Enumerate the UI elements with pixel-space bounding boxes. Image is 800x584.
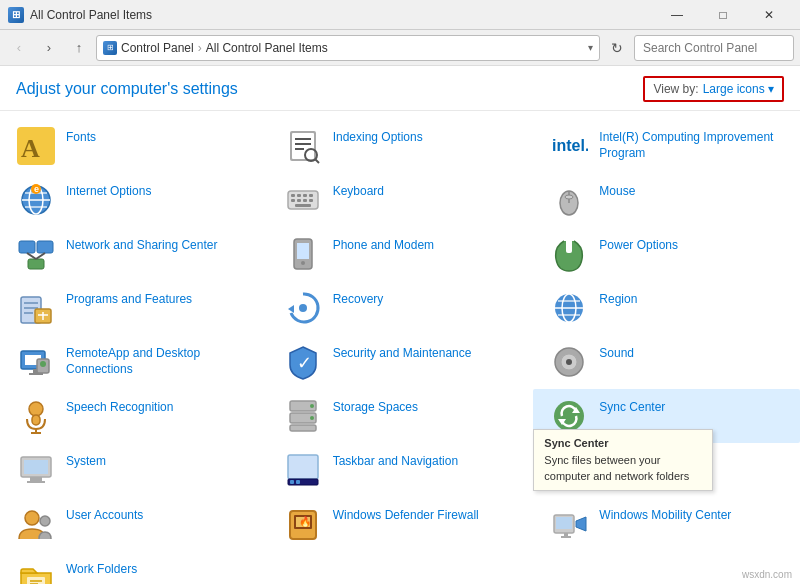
svg-marker-47: [288, 305, 294, 313]
item-icon-indexing-options: [283, 126, 323, 166]
grid-item-fonts[interactable]: A Fonts: [0, 119, 267, 173]
svg-rect-39: [566, 239, 572, 253]
back-button[interactable]: ‹: [6, 35, 32, 61]
svg-rect-37: [297, 243, 309, 259]
grid-item-sound[interactable]: Sound: [533, 335, 800, 389]
svg-point-72: [310, 416, 314, 420]
maximize-button[interactable]: □: [700, 0, 746, 30]
tooltip-description: Sync files between your computer and net…: [544, 453, 702, 484]
svg-rect-22: [309, 194, 313, 197]
page-title: Adjust your computer's settings: [16, 80, 238, 98]
grid-item-network-sharing[interactable]: Network and Sharing Center: [0, 227, 267, 281]
search-input[interactable]: [634, 35, 794, 61]
address-dropdown-button[interactable]: ▾: [588, 42, 593, 53]
svg-rect-83: [296, 480, 300, 484]
item-label-fonts: Fonts: [66, 130, 96, 146]
item-icon-windows-defender: 🔥: [283, 504, 323, 544]
svg-line-34: [27, 253, 36, 259]
svg-rect-20: [297, 194, 301, 197]
grid-item-windows-defender[interactable]: 🔥 Windows Defender Firewall: [267, 497, 534, 551]
item-label-user-accounts: User Accounts: [66, 508, 143, 524]
item-icon-remoteapp: [16, 342, 56, 382]
svg-line-35: [36, 253, 45, 259]
svg-point-59: [40, 361, 46, 367]
grid-item-user-accounts[interactable]: User Accounts: [0, 497, 267, 551]
svg-rect-70: [290, 425, 316, 431]
svg-point-30: [565, 195, 573, 199]
svg-text:✓: ✓: [297, 353, 312, 373]
grid-item-storage-spaces[interactable]: Storage Spaces: [267, 389, 534, 443]
item-label-windows-mobility: Windows Mobility Center: [599, 508, 731, 524]
grid-item-indexing-options[interactable]: Indexing Options: [267, 119, 534, 173]
tooltip-title: Sync Center: [544, 436, 702, 451]
window-controls: — □ ✕: [654, 0, 792, 30]
app-icon: ⊞: [8, 7, 24, 23]
svg-rect-93: [556, 517, 572, 529]
refresh-button[interactable]: ↻: [604, 35, 630, 61]
item-label-intel: Intel(R) Computing Improvement Program: [599, 130, 784, 161]
item-icon-taskbar-navigation: [283, 450, 323, 490]
item-label-network-sharing: Network and Sharing Center: [66, 238, 217, 254]
svg-rect-31: [19, 241, 35, 253]
item-icon-programs-features: [16, 288, 56, 328]
forward-button[interactable]: ›: [36, 35, 62, 61]
svg-rect-26: [309, 199, 313, 202]
view-by-control[interactable]: View by: Large icons ▾: [643, 76, 784, 102]
minimize-button[interactable]: —: [654, 0, 700, 30]
svg-rect-24: [297, 199, 301, 202]
grid-item-power-options[interactable]: Power Options: [533, 227, 800, 281]
grid-item-windows-mobility[interactable]: Windows Mobility Center: [533, 497, 800, 551]
svg-rect-19: [291, 194, 295, 197]
item-icon-internet-options: e: [16, 180, 56, 220]
item-label-storage-spaces: Storage Spaces: [333, 400, 418, 416]
title-bar-left: ⊞ All Control Panel Items: [8, 7, 152, 23]
grid-item-phone-modem[interactable]: Phone and Modem: [267, 227, 534, 281]
grid-item-keyboard[interactable]: Keyboard: [267, 173, 534, 227]
svg-point-86: [25, 511, 39, 525]
item-label-power-options: Power Options: [599, 238, 678, 254]
svg-rect-32: [37, 241, 53, 253]
svg-rect-23: [291, 199, 295, 202]
grid-item-region[interactable]: Region: [533, 281, 800, 335]
grid-item-work-folders[interactable]: Work Folders: [0, 551, 267, 584]
grid-item-internet-options[interactable]: e Internet Options: [0, 173, 267, 227]
item-icon-recovery: [283, 288, 323, 328]
grid-item-security-maintenance[interactable]: ✓ Security and Maintenance: [267, 335, 534, 389]
up-button[interactable]: ↑: [66, 35, 92, 61]
svg-rect-65: [32, 415, 40, 425]
item-icon-windows-mobility: [549, 504, 589, 544]
item-icon-intel: intel.: [549, 126, 589, 166]
grid-item-system[interactable]: System: [0, 443, 267, 497]
item-icon-keyboard: [283, 180, 323, 220]
item-label-system: System: [66, 454, 106, 470]
item-label-security-maintenance: Security and Maintenance: [333, 346, 472, 362]
item-label-mouse: Mouse: [599, 184, 635, 200]
grid-item-speech-recognition[interactable]: Speech Recognition: [0, 389, 267, 443]
item-label-work-folders: Work Folders: [66, 562, 137, 578]
grid-item-sync-center[interactable]: Sync Center Sync Center Sync files betwe…: [533, 389, 800, 443]
svg-rect-80: [288, 455, 318, 479]
item-icon-speech-recognition: [16, 396, 56, 436]
item-icon-security-maintenance: ✓: [283, 342, 323, 382]
svg-rect-94: [564, 533, 568, 536]
item-label-region: Region: [599, 292, 637, 308]
close-button[interactable]: ✕: [746, 0, 792, 30]
svg-point-38: [301, 261, 305, 265]
grid-item-mouse[interactable]: Mouse: [533, 173, 800, 227]
grid-item-recovery[interactable]: Recovery: [267, 281, 534, 335]
item-label-indexing-options: Indexing Options: [333, 130, 423, 146]
grid-item-taskbar-navigation[interactable]: Taskbar and Navigation: [267, 443, 534, 497]
svg-rect-33: [28, 259, 44, 269]
svg-rect-77: [24, 460, 48, 474]
view-by-value[interactable]: Large icons ▾: [703, 82, 774, 96]
address-bar[interactable]: ⊞ Control Panel › All Control Panel Item…: [96, 35, 600, 61]
svg-rect-78: [30, 477, 42, 481]
item-label-speech-recognition: Speech Recognition: [66, 400, 173, 416]
grid-item-intel[interactable]: intel. Intel(R) Computing Improvement Pr…: [533, 119, 800, 173]
grid-item-programs-features[interactable]: Programs and Features: [0, 281, 267, 335]
grid-item-remoteapp[interactable]: RemoteApp and Desktop Connections: [0, 335, 267, 389]
svg-point-63: [566, 359, 572, 365]
watermark: wsxdn.com: [742, 569, 792, 580]
view-by-label: View by:: [653, 82, 698, 96]
svg-rect-25: [303, 199, 307, 202]
